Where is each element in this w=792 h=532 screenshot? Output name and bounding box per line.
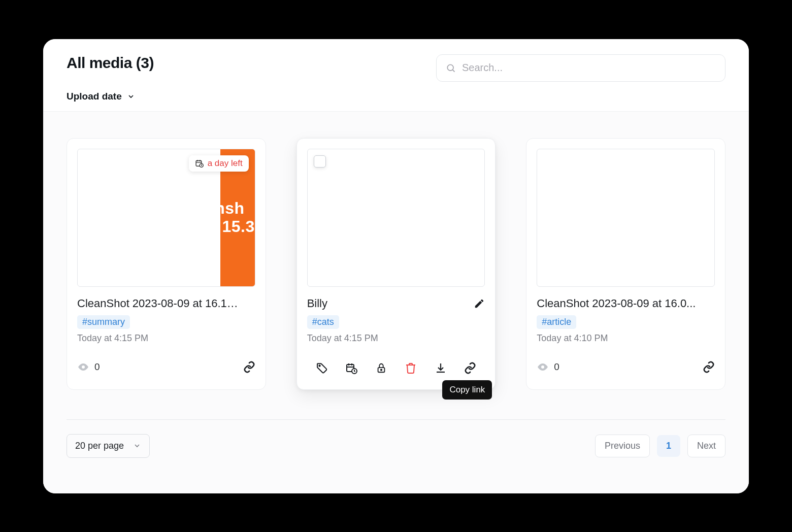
tooltip: Copy link [442,380,492,400]
view-count: 0 [537,361,559,373]
content-area: ensh …15.3 a day left CleanShot 2023-08-… [43,112,749,493]
media-card[interactable]: ensh …15.3 a day left CleanShot 2023-08-… [67,138,266,390]
tag[interactable]: #summary [77,315,130,329]
page-title: All media (3) [67,54,154,72]
search-icon [446,63,456,73]
svg-point-7 [82,365,85,369]
expiry-text: a day left [208,158,243,169]
media-card[interactable]: Billy #cats Today at 4:15 PM [296,138,496,390]
sort-dropdown[interactable]: Upload date [67,91,725,102]
action-toolbar: Copy link [307,358,485,378]
card-title: CleanShot 2023-08-09 at 16.15.... [77,297,240,310]
calendar-clock-icon [195,159,204,168]
card-title: CleanShot 2023-08-09 at 16.0... [537,297,696,310]
previous-button[interactable]: Previous [595,435,650,457]
app-window: All media (3) Upload date ensh …15.3 [43,39,749,493]
tag-button[interactable] [312,358,332,378]
sort-label: Upload date [67,91,122,102]
delete-button[interactable] [401,358,421,378]
thumbnail[interactable] [537,149,715,287]
next-button[interactable]: Next [687,435,725,457]
page-number-current[interactable]: 1 [657,435,680,457]
upload-date: Today at 4:15 PM [307,333,485,344]
card-grid: ensh …15.3 a day left CleanShot 2023-08-… [67,138,725,390]
pagination-bar: 20 per page Previous 1 Next [67,434,725,458]
download-button[interactable] [431,358,451,378]
svg-point-17 [541,365,544,369]
chevron-down-icon [127,92,135,101]
view-count: 0 [77,361,100,373]
lock-button[interactable] [371,358,391,378]
svg-point-8 [319,365,320,366]
svg-line-1 [453,70,455,72]
svg-point-15 [381,369,382,370]
search-box[interactable] [436,54,725,82]
copy-link-button[interactable] [703,361,715,373]
divider [67,419,725,420]
edit-button[interactable] [474,298,485,309]
select-checkbox[interactable] [314,155,326,168]
card-title: Billy [307,297,327,310]
search-input[interactable] [462,62,716,74]
upload-date: Today at 4:10 PM [537,333,715,344]
thumbnail[interactable]: ensh …15.3 a day left [77,149,255,287]
per-page-dropdown[interactable]: 20 per page [67,434,150,458]
expiry-badge: a day left [189,155,249,172]
upload-date: Today at 4:15 PM [77,333,255,344]
eye-icon [537,361,549,373]
copy-link-button[interactable] [243,361,255,373]
copy-link-button[interactable] [460,358,480,378]
tag[interactable]: #cats [307,315,339,329]
chevron-down-icon [133,442,141,450]
tag[interactable]: #article [537,315,576,329]
header: All media (3) Upload date [43,39,749,112]
pagination: Previous 1 Next [595,435,725,457]
expiry-button[interactable] [341,358,361,378]
eye-icon [77,361,89,373]
svg-point-0 [447,64,453,71]
media-card[interactable]: CleanShot 2023-08-09 at 16.0... #article… [526,138,725,390]
thumbnail[interactable] [307,149,485,287]
